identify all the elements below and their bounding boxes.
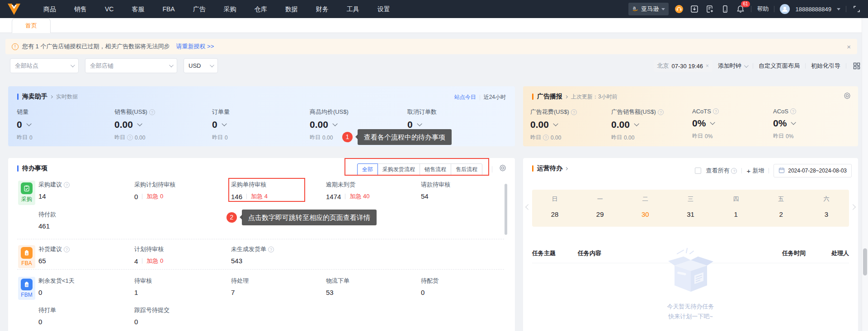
stat-value[interactable]: 0 [212, 119, 217, 130]
date-cell[interactable]: 31 [668, 210, 713, 218]
currency-select[interactable]: USD [184, 58, 218, 73]
fullscreen-icon[interactable] [852, 4, 862, 14]
stat-value[interactable]: 0% [773, 118, 787, 129]
marketplace-selector[interactable]: a 亚马逊 [628, 3, 669, 15]
cell-value[interactable]: 0 [421, 289, 425, 296]
close-icon[interactable]: × [706, 63, 709, 69]
help-icon[interactable]: ? [64, 182, 70, 188]
help-link[interactable]: 帮助 [757, 5, 769, 13]
panel-title[interactable]: 运营待办 [537, 164, 562, 172]
stat-value[interactable]: 0.00 [114, 119, 133, 130]
tab-after-sales-flow[interactable]: 售后流程 [451, 163, 482, 176]
nav-item-finance[interactable]: 财务 [307, 0, 338, 18]
period-24h[interactable]: 近24小时 [484, 93, 506, 101]
cell-value[interactable]: 1474 [326, 193, 341, 200]
nav-item-tools[interactable]: 工具 [338, 0, 368, 18]
help-icon[interactable]: ? [731, 168, 737, 174]
cell-value[interactable]: 0 [38, 318, 42, 326]
help-icon[interactable]: ? [713, 108, 719, 114]
help-icon[interactable]: ? [64, 247, 70, 252]
date-cell[interactable]: 2 [759, 210, 804, 218]
urgent-value[interactable]: 加急 0 [146, 257, 163, 265]
date-cell[interactable]: 29 [577, 210, 623, 218]
page-scrollbar[interactable] [862, 18, 868, 331]
view-all-checkbox[interactable] [695, 168, 701, 174]
urgent-value[interactable]: 加急 0 [146, 192, 163, 200]
help-icon[interactable]: ? [790, 108, 796, 114]
tab-sales-flow[interactable]: 销售流程 [420, 163, 451, 176]
cell-value[interactable]: 1 [134, 289, 138, 296]
cell-value[interactable]: 0 [134, 318, 138, 326]
cell-value[interactable]: 65 [38, 257, 46, 265]
urgent-value[interactable]: 加急 4 [251, 192, 268, 200]
support-icon[interactable] [674, 4, 684, 14]
init-guide-button[interactable]: 初始化引导 [811, 62, 840, 70]
help-icon[interactable]: ? [571, 109, 577, 115]
stat-value[interactable]: 0.00 [611, 119, 630, 130]
help-icon[interactable]: ? [543, 135, 549, 140]
nav-item-vc[interactable]: VC [96, 0, 123, 18]
chevron-down-icon[interactable] [553, 121, 558, 126]
next-week-icon[interactable] [850, 204, 856, 210]
cell-value[interactable]: 0 [134, 193, 138, 200]
chevron-down-icon[interactable] [26, 121, 31, 126]
date-cell[interactable]: 28 [532, 210, 577, 218]
app-logo-icon[interactable] [6, 2, 22, 16]
chevron-down-icon[interactable] [710, 120, 715, 125]
chevron-down-icon[interactable] [137, 121, 142, 126]
chevron-down-icon[interactable] [634, 121, 639, 126]
view-all-label[interactable]: 查看所有 ? [706, 167, 737, 175]
help-icon[interactable]: ? [268, 247, 274, 252]
period-site-today[interactable]: 站点今日 [454, 93, 476, 101]
nav-item-fba[interactable]: FBA [153, 0, 184, 18]
bell-icon[interactable]: 61 [736, 4, 745, 14]
chevron-down-icon[interactable] [837, 8, 840, 10]
stat-value[interactable]: 0.00 [530, 119, 549, 130]
add-clock-button[interactable]: 添加时钟 [718, 62, 747, 70]
nav-item-settings[interactable]: 设置 [368, 0, 399, 18]
help-icon[interactable]: ? [658, 109, 664, 115]
panel-title[interactable]: 海卖助手 [22, 93, 47, 101]
chevron-down-icon[interactable] [417, 121, 422, 126]
cell-value[interactable]: 14 [38, 192, 46, 200]
urgent-value[interactable]: 加急 40 [349, 192, 369, 200]
cell-value[interactable]: 146 [231, 193, 242, 200]
stat-value[interactable]: 0% [692, 118, 706, 129]
close-icon[interactable]: × [847, 43, 851, 50]
date-cell[interactable]: 1 [713, 210, 759, 218]
stat-value[interactable]: 0 [17, 119, 22, 130]
tab-all[interactable]: 全部 [357, 163, 378, 176]
reauthorize-link[interactable]: 请重新授权 >> [176, 42, 214, 51]
cell-value[interactable]: 53 [326, 289, 334, 296]
help-icon[interactable]: ? [127, 135, 133, 140]
date-range-picker[interactable]: 2024-07-28~2024-08-03 [774, 164, 852, 177]
cell-value[interactable]: 461 [38, 222, 50, 230]
cell-value[interactable]: 7 [231, 289, 235, 296]
help-icon[interactable]: ? [149, 109, 155, 115]
cell-value[interactable]: 543 [231, 257, 242, 265]
site-select[interactable]: 全部站点 [10, 58, 79, 73]
custom-layout-button[interactable]: 自定义页面布局 [759, 62, 800, 70]
chevron-down-icon[interactable] [791, 120, 796, 125]
panel-title[interactable]: 广告播报 [537, 93, 562, 101]
layout-grid-icon[interactable] [852, 61, 862, 71]
cell-value[interactable]: 54 [421, 192, 429, 200]
account-phone[interactable]: 18888888849 [795, 6, 831, 13]
feedback-icon[interactable] [705, 4, 715, 14]
nav-item-purchase[interactable]: 采购 [215, 0, 245, 18]
nav-item-sales[interactable]: 销售 [65, 0, 96, 18]
nav-item-ads[interactable]: 广告 [184, 0, 215, 18]
cell-value[interactable]: 0 [38, 289, 42, 296]
chevron-down-icon[interactable] [222, 121, 226, 126]
stat-value[interactable]: 0 [407, 119, 413, 130]
mobile-icon[interactable] [720, 4, 730, 14]
prev-week-icon[interactable] [525, 204, 531, 210]
gear-icon[interactable] [844, 92, 851, 101]
avatar[interactable] [780, 4, 790, 14]
stat-value[interactable]: 0.00 [310, 119, 328, 130]
add-task-button[interactable]: + 新增 [746, 167, 764, 175]
nav-item-service[interactable]: 客服 [123, 0, 153, 18]
date-cell[interactable]: 3 [804, 210, 849, 218]
store-select[interactable]: 全部店铺 [85, 58, 177, 73]
download-icon[interactable] [689, 4, 699, 14]
